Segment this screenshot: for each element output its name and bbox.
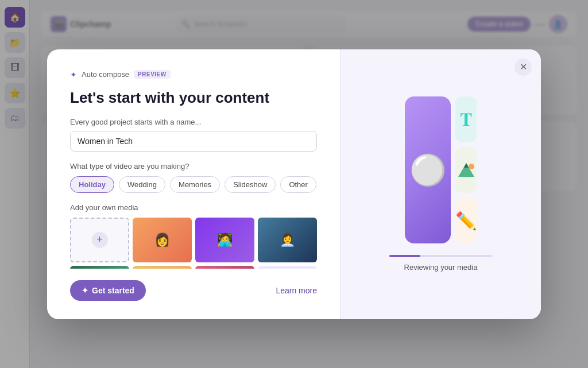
thumb-person-icon: 👩 bbox=[133, 218, 192, 262]
progress-bar-container bbox=[389, 255, 493, 257]
preview-badge: PREVIEW bbox=[134, 70, 171, 79]
reviewing-text: Reviewing your media bbox=[404, 263, 478, 272]
modal-overlay: ✦ Auto compose PREVIEW Let's start with … bbox=[0, 0, 588, 368]
video-type-label: What type of video are you making? bbox=[70, 162, 317, 171]
chip-memories[interactable]: Memories bbox=[170, 176, 220, 193]
close-button[interactable]: ✕ bbox=[514, 59, 532, 76]
chip-holiday[interactable]: Holiday bbox=[70, 176, 114, 193]
progress-bar bbox=[389, 255, 420, 257]
get-started-label: Get started bbox=[92, 286, 134, 295]
add-media-button[interactable]: + bbox=[70, 218, 129, 262]
pencil-icon: ✏️ bbox=[455, 211, 477, 231]
text-icon: 𝐓 bbox=[460, 109, 472, 130]
media-thumb-1[interactable]: 👩 bbox=[133, 218, 192, 262]
preview-card-pencil: ✏️ bbox=[455, 197, 477, 243]
thumb-person-icon-4: 🧑 bbox=[70, 266, 129, 269]
get-started-button[interactable]: ✦ Get started bbox=[70, 280, 146, 301]
get-started-icon: ✦ bbox=[82, 286, 88, 295]
thumb-person-icon-3: 👩‍💼 bbox=[258, 218, 317, 262]
thumb-person-icon-5: 👩‍🔬 bbox=[133, 266, 192, 269]
sphere-icon: ⚪ bbox=[409, 153, 447, 188]
preview-card-mountain bbox=[455, 147, 477, 193]
project-name-input[interactable] bbox=[70, 131, 317, 152]
preview-card-purple: ⚪ bbox=[405, 96, 451, 243]
modal-header-badge: ✦ Auto compose PREVIEW bbox=[70, 70, 317, 79]
media-thumb-3[interactable]: 👩‍💼 bbox=[258, 218, 317, 262]
thumb-person-icon-2: 🧑‍💻 bbox=[195, 218, 254, 262]
modal-right-panel: ✕ 𝐓 ⚪ ✏️ bbox=[341, 49, 541, 319]
chip-wedding[interactable]: Wedding bbox=[119, 176, 165, 193]
auto-compose-modal: ✦ Auto compose PREVIEW Let's start with … bbox=[47, 49, 541, 319]
svg-marker-1 bbox=[464, 163, 469, 168]
thumb-person-icon-6: 🎵 bbox=[195, 266, 254, 269]
thumb-text-icon: WE ARE MAD FOR TECH bbox=[258, 266, 317, 269]
media-label: Add your own media bbox=[70, 203, 317, 212]
video-type-chips: Holiday Wedding Memories Slideshow Other bbox=[70, 176, 317, 193]
media-thumb-6[interactable]: 🎵 bbox=[195, 266, 254, 269]
learn-more-link[interactable]: Learn more bbox=[276, 286, 317, 295]
media-thumb-5[interactable]: 👩‍🔬 bbox=[133, 266, 192, 269]
modal-footer: ✦ Get started Learn more bbox=[70, 280, 317, 301]
svg-point-2 bbox=[469, 164, 474, 169]
auto-compose-icon: ✦ bbox=[70, 70, 77, 79]
media-thumb-7[interactable]: WE ARE MAD FOR TECH bbox=[258, 266, 317, 269]
chip-other[interactable]: Other bbox=[280, 176, 316, 193]
media-thumb-2[interactable]: 🧑‍💻 bbox=[195, 218, 254, 262]
add-icon: + bbox=[92, 232, 108, 248]
media-grid: + 👩 🧑‍💻 👩‍💼 🧑 👩‍🔬 bbox=[70, 218, 317, 268]
project-name-label: Every good project starts with a name... bbox=[70, 118, 317, 126]
preview-card-text: 𝐓 bbox=[455, 96, 477, 142]
preview-cards: 𝐓 ⚪ ✏️ bbox=[405, 96, 477, 243]
chip-slideshow[interactable]: Slideshow bbox=[225, 176, 276, 193]
modal-left-panel: ✦ Auto compose PREVIEW Let's start with … bbox=[47, 49, 340, 319]
modal-title: Let's start with your content bbox=[70, 88, 317, 108]
mountain-svg bbox=[456, 161, 477, 179]
auto-compose-label: Auto compose bbox=[82, 70, 129, 79]
media-thumb-4[interactable]: 🧑 bbox=[70, 266, 129, 269]
